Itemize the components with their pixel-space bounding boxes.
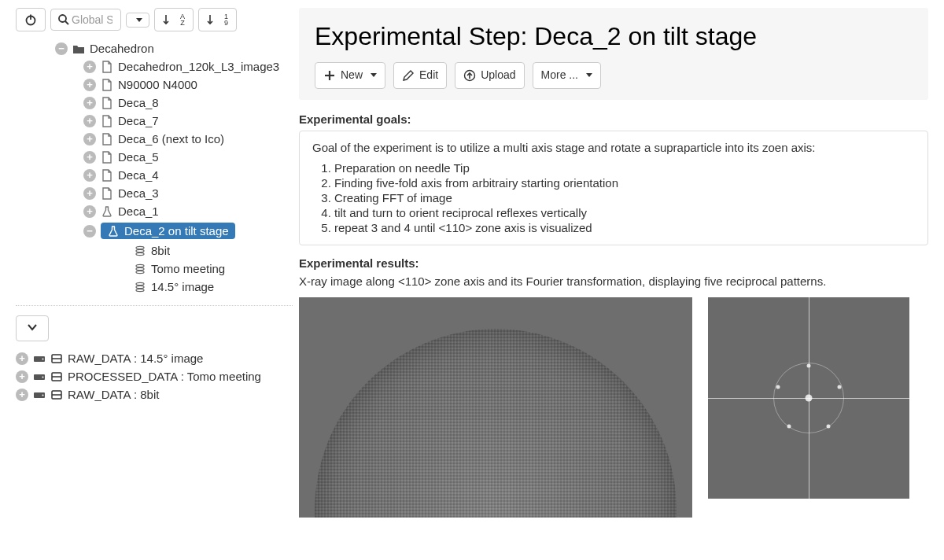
tree-item[interactable]: Decahedron_120k_L3_image3 — [16, 57, 293, 76]
page-header: Experimental Step: Deca_2 on tilt stage … — [299, 8, 928, 100]
caret-down-icon — [371, 73, 377, 77]
server-icon — [50, 370, 63, 383]
new-button[interactable]: New — [315, 62, 385, 89]
goal-step: Preparation on needle Tip — [334, 160, 915, 175]
upload-button-label: Upload — [481, 68, 515, 83]
power-icon — [24, 13, 37, 26]
tree-item[interactable]: Deca_4 — [16, 166, 293, 184]
search-dropdown[interactable] — [126, 13, 149, 28]
tree-item-label: N90000 N4000 — [118, 78, 197, 91]
dataset-list: RAW_DATA : 14.5° image PROCESSED_DATA : … — [16, 349, 293, 403]
file-icon — [101, 97, 113, 109]
toggle-icon[interactable] — [83, 79, 96, 91]
goals-heading: Experimental goals: — [299, 112, 928, 126]
toggle-icon[interactable] — [16, 370, 28, 383]
tree-item-selected[interactable]: Deca_2 on tilt stage — [16, 220, 293, 241]
tree-item-label: Deca_7 — [118, 114, 159, 127]
hdd-icon — [33, 389, 46, 401]
goals-panel: Goal of the experiment is to utilize a m… — [299, 131, 928, 245]
xray-image — [299, 297, 692, 518]
edit-icon — [402, 69, 415, 82]
file-icon — [101, 61, 113, 73]
sort-19-button[interactable]: 19 — [198, 8, 237, 31]
server-icon — [50, 389, 63, 401]
goal-step: repeat 3 and 4 until <110> zone axis is … — [334, 220, 915, 235]
file-icon — [101, 79, 113, 91]
tree-item[interactable]: Deca_1 — [16, 202, 293, 220]
file-icon — [101, 169, 113, 182]
dataset-item[interactable]: RAW_DATA : 8bit — [16, 385, 293, 403]
goals-intro: Goal of the experiment is to utilize a m… — [312, 141, 915, 154]
toggle-icon[interactable] — [83, 151, 96, 164]
edit-button[interactable]: Edit — [393, 62, 447, 89]
toggle-icon[interactable] — [83, 61, 96, 73]
tree-subitem-label: Tomo meeting — [151, 262, 225, 275]
tree-item[interactable]: Deca_3 — [16, 184, 293, 202]
tree-subitem-label: 8bit — [151, 244, 170, 257]
toggle-icon[interactable] — [83, 187, 96, 200]
tree-item-label: Decahedron_120k_L3_image3 — [118, 60, 279, 73]
tree-item[interactable]: Deca_7 — [16, 112, 293, 130]
stack-icon — [134, 263, 146, 275]
toggle-icon[interactable] — [83, 205, 96, 218]
navigation-tree: Decahedron Decahedron_120k_L3_image3 N90… — [16, 39, 293, 296]
tree-item-label: Deca_5 — [118, 150, 159, 164]
sort-az-label: AZ — [180, 13, 185, 26]
toggle-icon[interactable] — [83, 97, 96, 109]
expand-datasets-button[interactable] — [16, 315, 49, 341]
plus-icon — [323, 69, 336, 82]
toggle-icon[interactable] — [83, 225, 96, 238]
upload-icon — [463, 69, 476, 82]
results-text: X-ray image along <110> zone axis and it… — [299, 274, 928, 288]
tree-item-label: Deca_4 — [118, 168, 159, 182]
tree-item-label: Deca_1 — [118, 204, 159, 218]
flask-icon — [101, 205, 113, 218]
tree-item[interactable]: N90000 N4000 — [16, 76, 293, 94]
toggle-icon[interactable] — [83, 115, 96, 127]
tree-subitem[interactable]: 8bit — [16, 241, 293, 260]
search-input[interactable] — [70, 13, 114, 27]
tree-subitem-label: 14.5° image — [151, 280, 214, 293]
file-icon — [101, 115, 113, 127]
sort-az-button[interactable]: AZ — [154, 8, 194, 31]
more-button[interactable]: More ... — [533, 62, 601, 89]
goals-list: Preparation on needle Tip Finding five-f… — [312, 160, 915, 235]
toggle-icon[interactable] — [16, 352, 28, 365]
flask-icon — [107, 225, 120, 238]
tree-item[interactable]: Deca_5 — [16, 148, 293, 166]
tree-item-label: Deca_6 (next to Ico) — [118, 132, 224, 146]
tree-item[interactable]: Deca_8 — [16, 94, 293, 112]
folder-icon — [72, 42, 85, 55]
caret-down-icon — [586, 73, 592, 77]
chevron-down-icon — [26, 321, 39, 333]
dataset-item[interactable]: RAW_DATA : 14.5° image — [16, 349, 293, 367]
tree-item-label: Deca_8 — [118, 96, 159, 109]
results-images — [299, 297, 928, 518]
dataset-item[interactable]: PROCESSED_DATA : Tomo meeting — [16, 367, 293, 385]
tree-subitem[interactable]: 14.5° image — [16, 278, 293, 296]
toggle-icon[interactable] — [55, 42, 68, 55]
toggle-icon[interactable] — [83, 133, 96, 146]
tree-item[interactable]: Deca_6 (next to Ico) — [16, 130, 293, 148]
global-search[interactable] — [50, 9, 121, 31]
tree-root[interactable]: Decahedron — [16, 39, 293, 57]
page-title: Experimental Step: Deca_2 on tilt stage — [315, 22, 913, 51]
tree-item-label: Deca_2 on tilt stage — [124, 224, 229, 238]
sort-icon — [163, 13, 175, 26]
upload-button[interactable]: Upload — [455, 62, 524, 89]
new-button-label: New — [341, 68, 363, 83]
edit-button-label: Edit — [419, 68, 438, 83]
stack-icon — [134, 245, 146, 257]
goal-step: tilt and turn to orient reciprocal refle… — [334, 205, 915, 220]
goal-step: Creating FFT of image — [334, 190, 915, 205]
tree-item-label: Deca_3 — [118, 186, 159, 200]
hdd-icon — [33, 370, 46, 383]
dataset-label: PROCESSED_DATA : Tomo meeting — [68, 370, 261, 383]
tree-subitem[interactable]: Tomo meeting — [16, 260, 293, 278]
server-icon — [50, 352, 63, 365]
toggle-icon[interactable] — [83, 169, 96, 182]
file-icon — [101, 151, 113, 164]
goal-step: Finding five-fold axis from arbitrairy s… — [334, 175, 915, 190]
power-button[interactable] — [16, 8, 46, 31]
toggle-icon[interactable] — [16, 389, 28, 401]
